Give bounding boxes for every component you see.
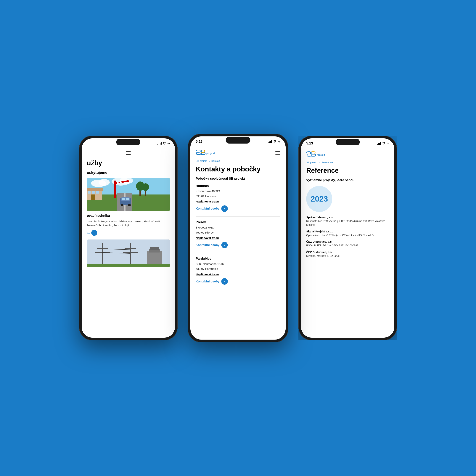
status-icons-left: 76 [157,142,170,145]
branch-pardubice: Pardubice S. K. Neumanna 1316 532 07 Par… [196,257,280,285]
breadcrumb-current-right: Reference [322,161,333,164]
svg-rect-15 [117,182,119,184]
phone-right: 5:13 [298,136,397,340]
status-icons-center: 76 [268,140,280,143]
status-icons-right: 76 [377,142,389,145]
breadcrumb-home-center[interactable]: SB projekt [196,160,207,162]
reference-company-0: Správa železnic, s.o. [306,216,389,219]
read-more-btn-left[interactable]: › [91,230,97,236]
read-more-text-left: ti.. [87,231,90,234]
svg-point-11 [142,183,149,191]
plan-route-pardubice[interactable]: Naplánovat trasu [196,272,280,276]
svg-rect-12 [114,182,116,198]
nav-header-left [82,148,175,158]
breadcrumb-center: SB projekt » Kontakt [190,160,286,164]
branch-hodonin: Hodonín Kasárenská 4063/4 695 01 Hodonín… [196,184,280,212]
logo-text-right: projekt [317,153,325,156]
contact-persons-pardubice[interactable]: Kontaktní osoby › [196,278,280,285]
svg-point-2 [99,179,110,186]
reference-item-3: ČEZ Distribuce, a.s. Miřetice, Majlant; … [306,251,389,258]
screen-left: 76 užby oskytujeme [82,138,175,338]
page-content-center: Kontakty a pobočky Pobočky společnosti S… [190,164,286,340]
screen-center: 5:13 [190,136,286,340]
reference-desc-1: Optimalizace t.ú. Č.Těšín (m u ČT (včetn… [306,234,389,237]
svg-rect-28 [96,191,99,194]
reference-desc-2: ŘSD - Poříčí přeložka 35kV S IZ-12-20008… [306,244,389,247]
breadcrumb-home-right[interactable]: SB projekt [306,161,317,164]
content-center: Kontakty a pobočky Pobočky společnosti S… [190,164,286,340]
dynamic-island-right [336,139,360,145]
signal-icon-right [377,142,381,145]
logo-svg-center [196,150,206,156]
contact-persons-hodonin[interactable]: Kontaktní osoby › [196,205,280,212]
page-title-right: Reference [306,167,389,174]
year-bubble: 2023 [306,186,332,212]
branch-prerov: Přerov Škodova 701/3 750 02 Přerov Naplá… [196,220,280,248]
svg-point-22 [128,204,131,206]
contact-btn-pardubice[interactable]: › [221,278,228,285]
signal-icon-center [268,140,272,143]
dynamic-island-center [226,137,251,144]
wifi-icon-center [273,140,276,143]
status-time-right: 5:13 [306,141,313,145]
reference-company-2: ČEZ Distribuce, a.s [306,240,389,243]
year-text: 2023 [310,194,328,204]
svg-rect-40 [150,247,159,250]
dynamic-island-left [116,139,140,145]
contact-btn-prerov[interactable]: › [221,242,228,248]
branch-address-prerov: Škodova 701/3 750 02 Přerov [196,225,280,235]
contact-btn-hodonin[interactable]: › [221,205,228,212]
status-time-center: 5:13 [196,139,203,143]
service-image-left [87,178,170,211]
nav-header-right: projekt [301,148,394,161]
breadcrumb-right: SB projekt » Reference [301,161,394,165]
plan-route-prerov[interactable]: Naplánovat trasu [196,236,280,239]
battery-icon-left: 76 [167,142,170,145]
reference-item-0: Správa železnic, s.o. Rekonstrukce PZS v… [306,216,389,227]
page-title-left: užby [87,159,170,167]
breadcrumb-separator-center: » [209,160,210,162]
nav-header-center: projekt [190,147,286,159]
svg-rect-13 [114,181,116,182]
phone-right-wrapper: 5:13 [298,136,397,340]
reference-company-1: Signal Projekt s.r.o.. [306,230,389,233]
service-description-left: ovací technika je soubor třídků a jejich… [87,219,170,228]
plan-route-hodonin[interactable]: Naplánovat trasu [196,200,280,203]
reference-desc-0: Rekonstrukce PZS včetně po 12,162 (P7426… [306,220,389,227]
page-title-center: Kontakty a pobočky [196,165,280,173]
branch-name-pardubice: Pardubice [196,257,280,260]
hamburger-left[interactable] [126,151,131,155]
signal-icon-left [157,142,162,145]
svg-point-21 [121,204,123,206]
reference-item-1: Signal Projekt s.r.o.. Optimalizace t.ú.… [306,230,389,237]
battery-icon-center: 76 [278,140,280,143]
battery-icon-right: 76 [387,142,389,145]
svg-rect-19 [122,198,125,200]
svg-rect-26 [88,191,91,194]
wifi-icon-left [163,142,166,145]
reference-item-2: ČEZ Distribuce, a.s ŘSD - Poříčí přeložk… [306,240,389,247]
reference-company-3: ČEZ Distribuce, a.s. [306,251,389,254]
contact-persons-prerov[interactable]: Kontaktní osoby › [196,242,280,248]
reference-subtitle-right: Významné projekty, které sebou [306,178,389,182]
phone-left-wrapper: 76 užby oskytujeme [79,136,178,340]
svg-rect-24 [87,188,103,191]
screen-right: 5:13 [301,138,394,338]
content-right: Reference Významné projekty, které sebou… [301,165,394,338]
read-more-left[interactable]: ti.. › [87,230,170,236]
phone-left: 76 užby oskytujeme [79,136,178,340]
logo-center[interactable]: projekt [196,150,215,156]
svg-rect-25 [91,194,95,200]
branch-address-pardubice: S. K. Neumanna 1316 532 07 Pardubice [196,262,280,271]
page-content-left: užby oskytujeme [82,158,175,338]
breadcrumb-current-center: Kontakt [211,160,220,162]
svg-rect-27 [92,191,95,194]
branch-address-hodonin: Kasárenská 4063/4 695 01 Hodonín [196,189,280,198]
breadcrumb-separator-right: » [319,161,320,164]
reference-desc-3: Miřetice, Majlant; IE-12-2008 [306,254,389,258]
service-category-left: ovací technika [87,214,170,218]
phone-center-wrapper: 5:13 [188,134,289,342]
branch-name-hodonin: Hodonín [196,184,280,187]
logo-right[interactable]: projekt [306,151,325,158]
hamburger-center[interactable] [275,151,280,155]
